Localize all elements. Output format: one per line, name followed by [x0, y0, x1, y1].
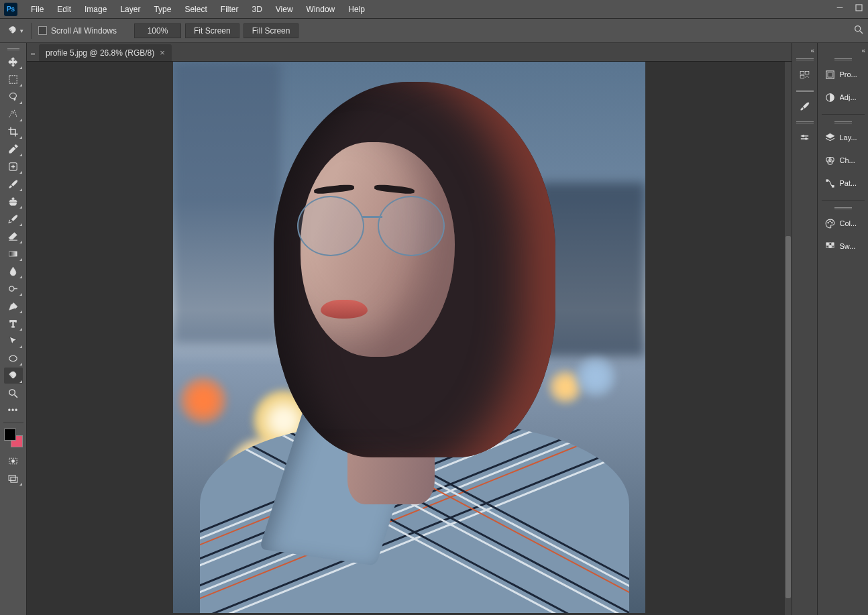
panel-grip[interactable]: [796, 90, 814, 93]
path-selection-tool[interactable]: [4, 333, 23, 349]
panel-label: Adj...: [840, 93, 857, 101]
panel-grip[interactable]: [834, 121, 852, 125]
svg-rect-35: [832, 245, 834, 248]
svg-point-27: [827, 222, 828, 223]
color-panel-button[interactable]: Col...: [820, 213, 866, 233]
menu-edit[interactable]: Edit: [50, 1, 78, 18]
panel-label: Pat...: [840, 179, 857, 187]
foreground-color[interactable]: [4, 429, 16, 441]
brush-settings-panel-icon[interactable]: [795, 127, 815, 148]
pen-tool[interactable]: [4, 298, 23, 314]
svg-point-29: [831, 222, 832, 223]
rectangular-marquee-tool[interactable]: [4, 71, 23, 87]
fit-screen-button[interactable]: Fit Screen: [185, 23, 239, 38]
panel-grip[interactable]: [796, 121, 814, 125]
dodge-tool[interactable]: [4, 280, 23, 296]
panel-grip[interactable]: [796, 58, 814, 62]
quick-selection-tool[interactable]: [4, 106, 23, 122]
collapsed-panel-strip-1: «: [792, 43, 817, 615]
menu-filter[interactable]: Filter: [214, 1, 246, 18]
right-panel-dock: « « Pro... Adj... Lay...: [792, 43, 868, 615]
type-tool[interactable]: [4, 315, 23, 331]
brush-tool[interactable]: [4, 176, 23, 192]
clone-stamp-tool[interactable]: [4, 193, 23, 209]
color-swatches[interactable]: [4, 429, 23, 447]
document-tab[interactable]: profile 5.jpg @ 26.8% (RGB/8) ×: [39, 44, 172, 61]
svg-rect-34: [829, 245, 832, 248]
scroll-all-windows-checkbox[interactable]: Scroll All Windows: [38, 26, 117, 36]
eraser-tool[interactable]: [4, 228, 23, 244]
ellipse-tool[interactable]: [4, 350, 23, 366]
svg-rect-16: [800, 75, 804, 78]
properties-panel-button[interactable]: Pro...: [820, 64, 866, 85]
search-icon[interactable]: [853, 24, 864, 37]
menu-view[interactable]: View: [269, 1, 300, 18]
vertical-scrollbar[interactable]: [785, 62, 792, 615]
gradient-tool[interactable]: [4, 245, 23, 262]
panel-grip[interactable]: [834, 207, 852, 211]
blur-tool[interactable]: [4, 263, 23, 279]
svg-rect-19: [826, 70, 833, 78]
hand-tool[interactable]: [4, 368, 23, 384]
maximize-button[interactable]: [849, 0, 868, 15]
panel-label: Col...: [840, 219, 857, 227]
history-panel-icon[interactable]: [795, 64, 815, 85]
history-brush-tool[interactable]: [4, 211, 23, 227]
minimize-button[interactable]: ─: [830, 0, 849, 15]
divider: [31, 23, 32, 39]
menu-window[interactable]: Window: [300, 1, 342, 18]
window-controls: ─: [830, 0, 868, 15]
svg-line-9: [15, 394, 17, 397]
svg-rect-14: [800, 71, 804, 74]
close-tab-icon[interactable]: ×: [160, 48, 165, 58]
menu-type[interactable]: Type: [147, 1, 178, 18]
scroll-all-windows-label: Scroll All Windows: [51, 26, 117, 36]
current-tool-indicator[interactable]: ▾: [5, 23, 24, 39]
chevron-down-icon: ▾: [20, 27, 23, 34]
menu-select[interactable]: Select: [178, 1, 213, 18]
panel-label: Sw...: [840, 242, 856, 250]
svg-point-11: [11, 459, 14, 462]
collapsed-panel-strip-2: « Pro... Adj... Lay... Ch... Pa: [817, 43, 868, 615]
svg-point-28: [829, 221, 830, 222]
svg-rect-0: [856, 5, 862, 11]
menu-help[interactable]: Help: [341, 1, 372, 18]
menu-file[interactable]: File: [24, 1, 50, 18]
lasso-tool[interactable]: [4, 89, 23, 105]
menu-image[interactable]: Image: [78, 1, 113, 18]
fill-screen-button[interactable]: Fill Screen: [243, 23, 299, 38]
adjustments-panel-button[interactable]: Adj...: [820, 87, 866, 107]
menu-3d[interactable]: 3D: [245, 1, 268, 18]
crop-tool[interactable]: [4, 123, 23, 139]
channels-panel-button[interactable]: Ch...: [820, 150, 866, 170]
expand-panels-icon[interactable]: «: [808, 46, 817, 56]
tabbar-grip[interactable]: [30, 46, 36, 61]
layers-panel-button[interactable]: Lay...: [820, 127, 866, 148]
brushes-panel-icon[interactable]: [795, 96, 815, 116]
move-tool[interactable]: [4, 54, 23, 70]
swatches-panel-button[interactable]: Sw...: [820, 236, 866, 256]
document-area: profile 5.jpg @ 26.8% (RGB/8) ×: [27, 43, 792, 615]
zoom-level-field[interactable]: 100%: [134, 23, 181, 38]
menu-layer[interactable]: Layer: [113, 1, 147, 18]
panel-label: Ch...: [840, 156, 855, 164]
screen-mode-toggle[interactable]: [4, 470, 23, 486]
edit-toolbar-button[interactable]: •••: [4, 402, 23, 418]
panel-separator: [822, 114, 865, 115]
canvas[interactable]: [27, 62, 792, 615]
zoom-tool[interactable]: [4, 385, 23, 401]
svg-point-18: [805, 137, 807, 139]
panel-grip[interactable]: [834, 58, 852, 62]
svg-rect-31: [829, 242, 832, 245]
panel-grip[interactable]: [3, 47, 23, 51]
panel-label: Pro...: [840, 70, 857, 78]
healing-brush-tool[interactable]: [4, 158, 23, 174]
checkbox-icon: [38, 26, 47, 35]
paths-panel-button[interactable]: Pat...: [820, 173, 866, 193]
scrollbar-thumb[interactable]: [785, 236, 791, 598]
eyedropper-tool[interactable]: [4, 141, 23, 157]
quick-mask-toggle[interactable]: [4, 453, 23, 469]
svg-rect-32: [832, 242, 834, 245]
expand-panels-icon[interactable]: «: [859, 46, 868, 56]
svg-rect-20: [827, 72, 832, 76]
